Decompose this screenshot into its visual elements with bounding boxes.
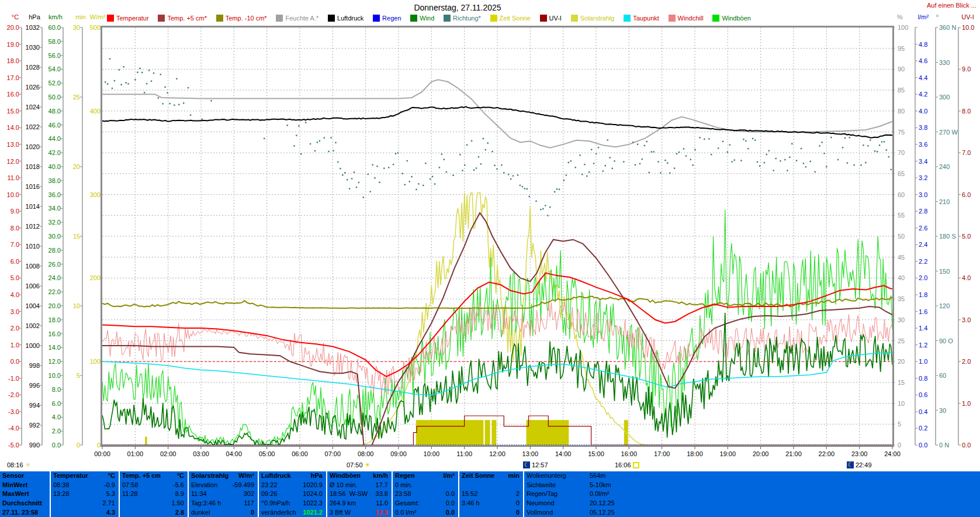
svg-text:1026: 1026 [26,84,40,91]
cell-label: 13:28 [53,490,70,498]
svg-text:40.0: 40.0 [49,163,61,170]
svg-text:120: 120 [939,302,950,309]
svg-text:210: 210 [939,198,950,205]
svg-text:25: 25 [73,94,80,101]
cell-value: 5-10km [590,481,611,490]
annotation-time: 12:57 [532,461,548,468]
sun-icon: ☀ [365,461,371,468]
svg-text:16:00: 16:00 [621,450,638,457]
cell-label: Durchschnitt [2,499,42,508]
svg-text:1.4: 1.4 [919,325,927,332]
svg-text:2.4: 2.4 [919,241,927,248]
svg-text:150: 150 [939,268,950,275]
data-row: Ø 10 min.17.7 [327,481,392,490]
table-col-info: Wolkenunterg564mSichtweite5-10kmRegen/Ta… [524,471,980,517]
cell-value: 4.3 [106,508,115,517]
cell-label: Temp. +5 cm [122,471,161,480]
column-header: Regenl/m² [393,471,458,481]
svg-text:5.0: 5.0 [962,233,971,240]
svg-text:1030: 1030 [26,44,40,51]
svg-text:1022: 1022 [26,123,40,130]
info-row: Vollmond05.12.25 [524,508,980,517]
cell-value: 8.9 [175,490,184,498]
cell-value: 11.0 [376,499,388,508]
svg-text:48.0: 48.0 [49,108,61,115]
svg-text:1.6: 1.6 [919,308,927,315]
svg-text:7.0: 7.0 [962,149,971,156]
data-row: Elevation-59.499 [189,481,258,490]
svg-text:1002: 1002 [26,322,40,329]
svg-text:21:00: 21:00 [785,450,802,457]
svg-text:90: 90 [898,66,905,73]
cell-label: Vollmond [527,508,590,517]
svg-text:6.0: 6.0 [962,191,971,198]
cell-label: Sensor [2,471,24,480]
svg-text:0.4: 0.4 [919,408,927,415]
data-row: 4.3 [51,508,119,517]
svg-text:38.0: 38.0 [49,177,61,184]
svg-text:20:00: 20:00 [753,450,769,457]
svg-text:-5.0: -5.0 [8,442,19,449]
svg-text:1028: 1028 [26,64,40,71]
cell-label: Sichtweite [527,481,590,490]
cell-value: 5.3 [106,490,115,498]
table-col-sensor: SensorMinWertMaxWertDurchschnitt27.11. 2… [0,471,51,517]
axis-hum: 1009590858075706560555045403530252015105… [892,24,908,449]
sunshine-block [416,420,484,445]
svg-text:-4.0: -4.0 [8,425,19,432]
svg-text:-3.0: -3.0 [8,408,19,415]
sensor-row-label: Sensor [0,471,50,481]
svg-text:1020: 1020 [26,143,40,150]
cell-label: dunkel [191,508,210,517]
svg-text:10: 10 [73,302,80,309]
cell-value: 0.0 [446,499,455,508]
svg-text:1004: 1004 [26,302,40,309]
svg-text:22.0: 22.0 [49,288,61,295]
svg-text:0.0: 0.0 [52,442,61,449]
svg-text:15.0: 15.0 [7,108,19,115]
sunset-square-icon [633,462,639,468]
axis-temp: 20.019.018.017.016.015.014.013.012.011.0… [7,24,22,449]
data-row: 264.9 km11.0 [327,499,392,508]
data-row: 0.0 l/m²0.0 [393,508,458,517]
cell-value: km/h [373,471,388,480]
moon-icon: ☾ [847,461,854,468]
column-header: Temperatur°C [51,471,119,481]
svg-text:1.2: 1.2 [919,342,927,349]
cell-label: 08:38 [53,481,70,490]
svg-text:4.0: 4.0 [962,274,971,281]
cell-label: MaxWert [2,490,29,498]
table-col-temp-5-cm: Temp. +5 cm°C07:58-5.611:288.91.502.8 [120,471,189,517]
svg-text:300: 300 [939,94,950,101]
info-row: Wolkenunterg564m [524,471,980,481]
cell-label: MinWert [2,481,27,490]
data-row: 0 min. [393,481,458,490]
sensor-row-label: MinWert [0,481,50,490]
cell-label: Regen/Tag [527,490,590,498]
svg-text:0.0: 0.0 [962,442,971,449]
cell-label: 264.9 km [330,499,356,508]
data-row: dunkel0 [189,508,258,517]
sunshine-block [485,420,490,445]
svg-text:11:00: 11:00 [456,450,472,457]
weather-app-window: { "header": { "title": "Donnerstag, 27.1… [0,0,980,517]
svg-text:23:00: 23:00 [851,450,868,457]
svg-text:1010: 1010 [26,243,40,250]
cell-label: 07:58 [122,481,138,490]
column-header: SolarstrahlgW/m² [189,471,258,481]
svg-text:26.0: 26.0 [49,261,61,268]
annotation-time: 08:16 [7,461,23,468]
info-row: Sichtweite5-10km [524,481,980,490]
svg-text:40: 40 [898,274,905,281]
axis-title-hpa: hPa [29,13,40,20]
svg-text:60: 60 [898,191,905,198]
svg-text:992: 992 [29,422,40,429]
cell-value: °C [177,471,184,480]
svg-text:1008: 1008 [26,263,40,270]
weather-chart: °ChPakm/hminW/m²%l/m²°UV-I20.019.018.017… [0,0,980,471]
column-header: LuftdruckhPa [259,471,326,481]
cell-label: 27.11. 23:58 [2,508,38,517]
svg-text:4.0: 4.0 [52,413,61,421]
svg-text:2.0: 2.0 [962,358,971,365]
data-row: Gesamt:0.0 [393,499,458,508]
